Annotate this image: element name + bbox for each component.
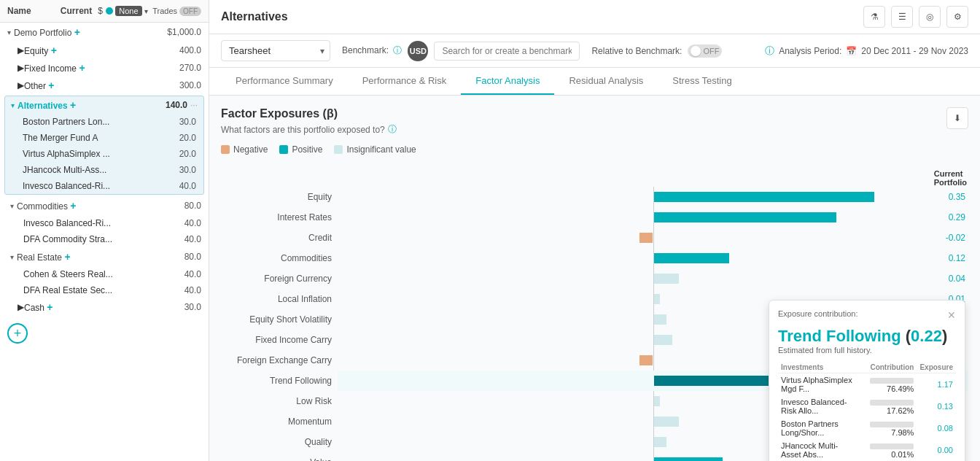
row-exposure: 0.13 (917, 395, 956, 417)
tearsheet-select-wrapper: Tearsheet ▾ (221, 40, 330, 61)
factor-label-fx-carry: Foreign Exchange Carry (221, 350, 338, 371)
relative-toggle[interactable]: OFF (688, 44, 722, 58)
cash-value: 30.0 (165, 302, 201, 312)
col-header-label: CurrentPortfolio (934, 169, 967, 187)
subtitle-info-icon[interactable]: ⓘ (388, 123, 397, 136)
expand-icon: ▶ (18, 45, 24, 55)
value-interest: 0.29 (949, 212, 965, 222)
virtus-value: 20.0 (160, 149, 196, 159)
portfolio-name: Demo Portfolio + (14, 26, 165, 38)
cohen-label: Cohen & Steers Real... (23, 269, 165, 279)
exposure-tooltip: Exposure contribution: ✕ Trend Following… (769, 300, 965, 461)
factor-label-commodities: Commodities (221, 248, 338, 268)
insig-color-box (334, 145, 343, 154)
dfa-commodity-label: DFA Commodity Stra... (23, 234, 165, 244)
tooltip-close-button[interactable]: ✕ (947, 309, 956, 321)
sidebar-item-other[interactable]: ▶ Other + 300.0 (0, 77, 209, 94)
period-info-icon: ⓘ (765, 44, 774, 58)
flask-button[interactable]: ⚗ (863, 6, 885, 28)
bar-quality (654, 437, 666, 447)
sidebar-item-merger[interactable]: The Merger Fund A 20.0 (5, 130, 203, 146)
row-contribution: 76.49% (855, 373, 917, 396)
target-button[interactable]: ◎ (919, 6, 941, 28)
positive-color-box (279, 145, 288, 154)
page-title: Alternatives (221, 10, 288, 23)
sidebar-item-dfa-real[interactable]: DFA Real Estate Sec... 40.0 (0, 282, 209, 298)
tooltip-factor-value: 0.22 (911, 327, 942, 345)
negative-color-box (221, 145, 230, 154)
bar-fx-carry (639, 355, 652, 365)
row-contribution: 0.01% (855, 439, 917, 461)
bar-row-commodities[interactable]: 0.12 (338, 248, 968, 268)
invesco-bal-label: Invesco Balanced-Ri... (23, 218, 165, 228)
benchmark-search-input[interactable] (434, 42, 580, 61)
tab-residual-analysis[interactable]: Residual Analysis (554, 68, 658, 95)
alternatives-value: 140.0 (151, 100, 187, 110)
sidebar-item-demo-portfolio[interactable]: ▾ Demo Portfolio + $1,000.0 (0, 23, 209, 42)
legend-insignificant: Insignificant value (334, 144, 416, 155)
tab-performance-summary[interactable]: Performance Summary (221, 68, 348, 95)
expand-icon: ▶ (18, 63, 24, 73)
expand-icon: ▶ (18, 302, 24, 312)
trades-toggle[interactable]: OFF (179, 7, 201, 16)
sidebar-item-fixed-income[interactable]: ▶ Fixed Income + 270.0 (0, 59, 209, 77)
bar-local-inflation (654, 294, 661, 304)
analysis-period-value: 20 Dec 2011 - 29 Nov 2023 (861, 46, 968, 56)
sidebar-item-cohen[interactable]: Cohen & Steers Real... 40.0 (0, 266, 209, 282)
calendar-icon[interactable]: 📅 (846, 46, 857, 56)
status-dot (106, 7, 113, 15)
bar-row-equity[interactable]: 0.35 (338, 187, 968, 207)
sidebar-item-invesco[interactable]: Invesco Balanced-Ri... 40.0 (5, 178, 203, 194)
sidebar-item-commodities[interactable]: ▾ Commodities + 80.0 (0, 196, 209, 215)
sidebar-item-invesco-bal[interactable]: Invesco Balanced-Ri... 40.0 (0, 215, 209, 231)
tab-performance-risk[interactable]: Performance & Risk (348, 68, 462, 95)
factor-label-local-inflation: Local Inflation (221, 289, 338, 309)
sidebar-item-virtus[interactable]: Virtus AlphaSimplex ... 20.0 (5, 146, 203, 162)
benchmark-info-icon[interactable]: ⓘ (393, 45, 402, 55)
bar-row-foreign-currency[interactable]: 0.04 (338, 268, 968, 289)
analysis-period-label: Analysis Period: (779, 46, 841, 56)
value-foreign-currency: 0.04 (949, 274, 965, 284)
add-group-button[interactable]: + (7, 323, 28, 344)
cohen-value: 40.0 (165, 269, 201, 279)
sidebar-item-real-estate[interactable]: ▾ Real Estate + 80.0 (0, 247, 209, 266)
tab-stress-testing[interactable]: Stress Testing (658, 68, 746, 95)
chevron-down-icon[interactable]: ▾ (144, 7, 148, 15)
factor-label-value: Value (221, 452, 338, 461)
sidebar-item-boston[interactable]: Boston Partners Lon... 30.0 (5, 114, 203, 130)
sidebar-item-dfa-commodity[interactable]: DFA Commodity Stra... 40.0 (0, 231, 209, 247)
more-icon[interactable]: ··· (190, 100, 198, 110)
fixed-income-value: 270.0 (165, 63, 201, 73)
merger-value: 20.0 (160, 133, 196, 143)
tooltip-factor-name: Trend Following (0.22) (778, 327, 956, 346)
factor-label-credit: Credit (221, 228, 338, 248)
bar-equity-short (654, 314, 666, 325)
download-button[interactable]: ⬇ (946, 107, 968, 129)
benchmark-section: Benchmark: ⓘ USD (342, 41, 580, 61)
sidebar-current-col: Current (61, 6, 92, 16)
sidebar-item-alternatives[interactable]: ▾ Alternatives + 140.0 ··· (5, 96, 203, 114)
gear-button[interactable]: ⚙ (946, 6, 968, 28)
dfa-real-label: DFA Real Estate Sec... (23, 285, 165, 295)
expand-icon: ▶ (18, 80, 24, 90)
sidebar-item-jhancock[interactable]: JHancock Multi-Ass... 30.0 (5, 162, 203, 178)
bar-row-credit[interactable]: -0.02 (338, 228, 968, 248)
tab-factor-analysis[interactable]: Factor Analysis (461, 68, 554, 95)
sidebar-item-equity[interactable]: ▶ Equity + 400.0 (0, 42, 209, 59)
content-area: ⬇ Factor Exposures (β) What factors are … (209, 96, 980, 461)
toggle-off-label: OFF (703, 47, 719, 55)
contribution-bar-3 (870, 443, 914, 449)
row-contribution: 17.62% (855, 395, 917, 417)
sidebar-header: Name Current $ None ▾ Trades OFF (0, 0, 209, 23)
row-name: Invesco Balanced-Risk Allo... (778, 395, 855, 417)
none-badge[interactable]: None (115, 6, 141, 16)
tearsheet-select[interactable]: Tearsheet (221, 40, 330, 61)
add-portfolio-icon[interactable]: + (74, 26, 80, 38)
list-button[interactable]: ☰ (891, 6, 913, 28)
sidebar-item-cash[interactable]: ▶ Cash + 30.0 (0, 298, 209, 316)
col-header-empty (221, 166, 338, 187)
dfa-real-value: 40.0 (165, 285, 201, 295)
toolbar: Tearsheet ▾ Benchmark: ⓘ USD Relative to… (209, 34, 980, 68)
expand-icon: ▾ (7, 28, 11, 36)
bar-row-interest[interactable]: 0.29 (338, 207, 968, 228)
